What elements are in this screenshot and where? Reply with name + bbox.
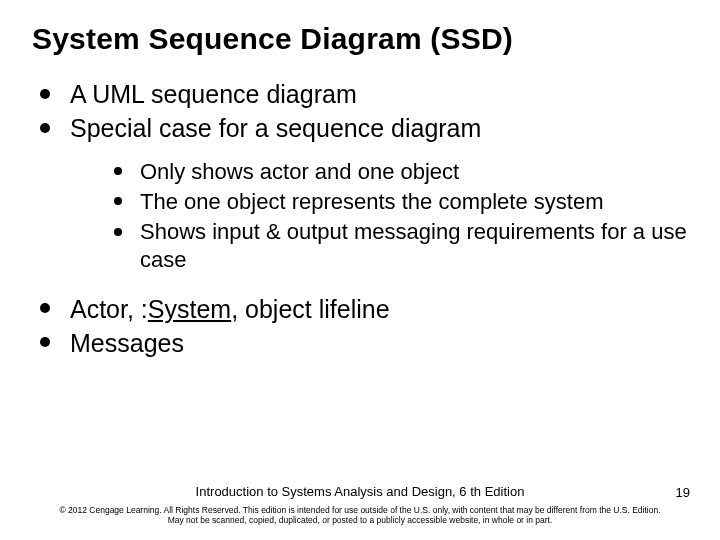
- copyright-line-1: © 2012 Cengage Learning. All Rights Rese…: [0, 505, 720, 516]
- bullet-item: Messages: [36, 327, 688, 359]
- sub-bullet-item: Only shows actor and one object: [110, 158, 688, 186]
- slide-footer: Introduction to Systems Analysis and Des…: [0, 484, 720, 526]
- slide: System Sequence Diagram (SSD) A UML sequ…: [0, 0, 720, 540]
- bullet-item: Actor, :System, object lifeline: [36, 293, 688, 325]
- sub-bullet-item: The one object represents the complete s…: [110, 188, 688, 216]
- sub-bullet-list: Only shows actor and one object The one …: [70, 158, 688, 275]
- copyright-line-2: May not be scanned, copied, duplicated, …: [0, 515, 720, 526]
- bullet-item: A UML sequence diagram: [36, 78, 688, 110]
- bullet-text-underlined: System: [148, 295, 231, 323]
- sub-bullet-item: Shows input & output messaging requireme…: [110, 218, 688, 274]
- bullet-text: Special case for a sequence diagram: [70, 114, 481, 142]
- book-title: Introduction to Systems Analysis and Des…: [0, 484, 720, 499]
- bullet-text-suffix: , object lifeline: [231, 295, 389, 323]
- bullet-list: A UML sequence diagram Special case for …: [32, 78, 688, 359]
- bullet-item: Special case for a sequence diagram Only…: [36, 112, 688, 275]
- slide-title: System Sequence Diagram (SSD): [32, 22, 688, 56]
- bullet-text-prefix: Actor, :: [70, 295, 148, 323]
